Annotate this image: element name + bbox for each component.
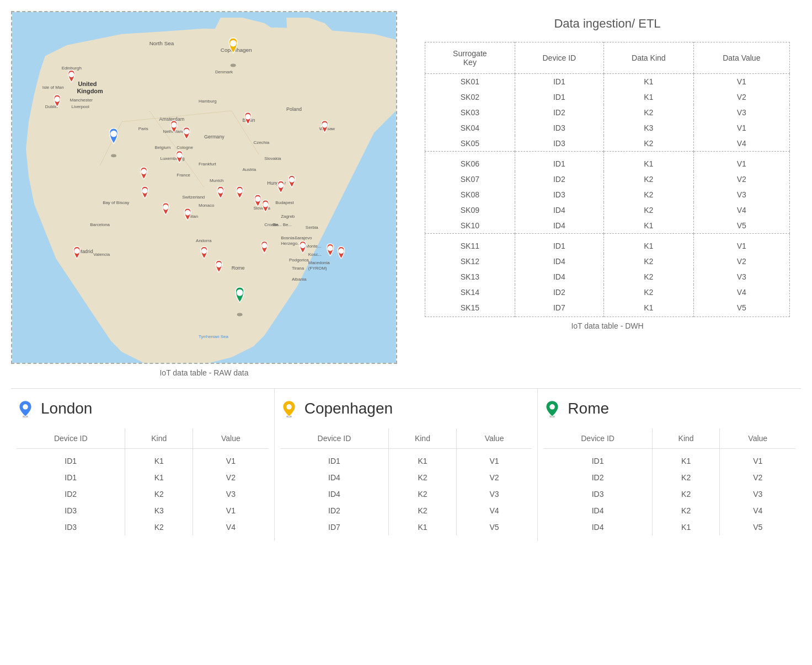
city-cell-kind: K1: [652, 449, 720, 470]
etl-cell-kind: K3: [603, 120, 693, 136]
city-cell-device: ID1: [17, 469, 125, 486]
svg-point-75: [245, 114, 251, 120]
svg-point-80: [263, 202, 268, 207]
svg-point-64: [237, 313, 243, 317]
svg-point-69: [184, 129, 189, 135]
city-col-header: Device ID: [543, 428, 652, 449]
etl-cell-device: ID1: [515, 152, 603, 172]
svg-text:Denmark: Denmark: [215, 69, 233, 74]
city-cell-kind: K1: [652, 519, 720, 535]
city-cell-device: ID4: [543, 502, 652, 519]
etl-cell-kind: K2: [603, 254, 693, 269]
city-cell-kind: K1: [389, 519, 457, 535]
city-cell-device: ID1: [280, 449, 389, 470]
city-name-copenhagen: Copenhagen: [304, 400, 393, 417]
etl-cell-device: ID3: [515, 136, 603, 152]
svg-text:Zagreb: Zagreb: [281, 214, 295, 219]
city-data-row: ID4K1V5: [543, 519, 795, 535]
svg-point-95: [550, 404, 555, 410]
etl-cell-sk: SK06: [425, 152, 515, 172]
svg-text:Liverpool: Liverpool: [72, 104, 89, 109]
city-data-row: ID3K2V3: [543, 486, 795, 502]
svg-point-86: [338, 248, 344, 254]
etl-cell-kind: K1: [603, 218, 693, 234]
etl-cell-kind: K2: [603, 187, 693, 202]
city-cell-device: ID7: [280, 519, 389, 535]
etl-row: SK01ID1K1V1: [425, 74, 790, 90]
city-cell-device: ID3: [17, 519, 125, 535]
etl-cell-sk: SK02: [425, 89, 515, 105]
city-data-row: ID1K1V1: [543, 449, 795, 470]
etl-cell-device: ID2: [515, 285, 603, 300]
svg-point-84: [300, 243, 306, 248]
etl-cell-sk: SK09: [425, 202, 515, 218]
etl-cell-device: ID4: [515, 254, 603, 269]
svg-text:Czechia: Czechia: [253, 140, 269, 145]
map-container: United Kingdom Isle of Man Dublin Manche…: [11, 11, 397, 377]
etl-cell-value: V4: [693, 136, 789, 152]
city-cell-kind: K2: [125, 519, 193, 535]
etl-cell-kind: K1: [603, 89, 693, 105]
svg-text:Manchester: Manchester: [70, 98, 93, 103]
city-cell-kind: K1: [125, 449, 193, 470]
svg-text:Monaco: Monaco: [199, 203, 215, 208]
svg-point-82: [289, 177, 295, 183]
etl-col-value: Data Value: [693, 42, 789, 74]
city-col-header: Device ID: [280, 428, 389, 449]
etl-row: SK08ID3K2V3: [425, 187, 790, 202]
svg-text:Monte...: Monte...: [306, 244, 322, 249]
etl-cell-value: V2: [693, 254, 789, 269]
city-section-copenhagen: CopenhagenDevice IDKindValueID1K1V1ID4K2…: [275, 389, 538, 541]
svg-text:Albania: Albania: [292, 277, 307, 282]
etl-cell-sk: SK07: [425, 171, 515, 187]
svg-point-87: [201, 248, 207, 254]
city-section-london: LondonDevice IDKindValueID1K1V1ID1K1V2ID…: [11, 389, 275, 541]
svg-text:Bay of Biscay: Bay of Biscay: [103, 200, 129, 205]
city-col-header: Device ID: [17, 428, 125, 449]
svg-point-73: [163, 205, 168, 210]
etl-row: SK06ID1K1V1: [425, 152, 790, 172]
city-cell-device: ID4: [280, 469, 389, 486]
city-cell-value: V3: [720, 486, 795, 502]
etl-cell-sk: SK14: [425, 285, 515, 300]
etl-cell-device: ID4: [515, 202, 603, 218]
city-cell-value: V4: [720, 502, 795, 519]
svg-text:(FYROM): (FYROM): [308, 266, 327, 271]
svg-text:Slovakia: Slovakia: [264, 156, 281, 161]
svg-text:Macedonia: Macedonia: [308, 260, 330, 265]
svg-text:Hamburg: Hamburg: [199, 99, 217, 104]
etl-cell-sk: SK03: [425, 105, 515, 120]
svg-text:Frankfurt: Frankfurt: [199, 162, 217, 167]
city-data-row: ID4K2V2: [280, 469, 532, 486]
etl-cell-kind: K1: [603, 152, 693, 172]
city-cell-kind: K1: [389, 449, 457, 470]
city-table-rome: Device IDKindValueID1K1V1ID2K2V2ID3K2V3I…: [543, 428, 795, 535]
svg-point-85: [328, 245, 333, 251]
city-cell-device: ID1: [543, 449, 652, 470]
city-cell-device: ID3: [17, 502, 125, 519]
etl-row: SK13ID4K2V3: [425, 269, 790, 285]
city-cell-value: V1: [720, 449, 795, 470]
city-cell-kind: K2: [125, 486, 193, 502]
svg-point-81: [278, 183, 284, 188]
etl-cell-value: V5: [693, 218, 789, 234]
city-col-header: Kind: [389, 428, 457, 449]
city-pin-copenhagen: [280, 400, 298, 417]
etl-cell-sk: SK04: [425, 120, 515, 136]
svg-text:Germany: Germany: [204, 134, 225, 140]
etl-row: SK07ID2K2V2: [425, 171, 790, 187]
city-cell-value: V1: [193, 449, 269, 470]
etl-row: SK14ID2K2V4: [425, 285, 790, 300]
city-cell-value: V2: [720, 469, 795, 486]
etl-col-kind: Data Kind: [603, 42, 693, 74]
city-data-row: ID1K1V1: [17, 449, 269, 470]
city-data-row: ID7K1V5: [280, 519, 532, 535]
city-data-row: ID1K1V1: [280, 449, 532, 470]
svg-text:Kosc...: Kosc...: [308, 252, 322, 257]
city-data-row: ID4K2V4: [543, 502, 795, 519]
city-cell-value: V3: [456, 486, 532, 502]
svg-text:Isle of Man: Isle of Man: [42, 85, 64, 90]
etl-cell-kind: K1: [603, 234, 693, 254]
city-cell-kind: K2: [652, 486, 720, 502]
etl-cell-device: ID4: [515, 269, 603, 285]
